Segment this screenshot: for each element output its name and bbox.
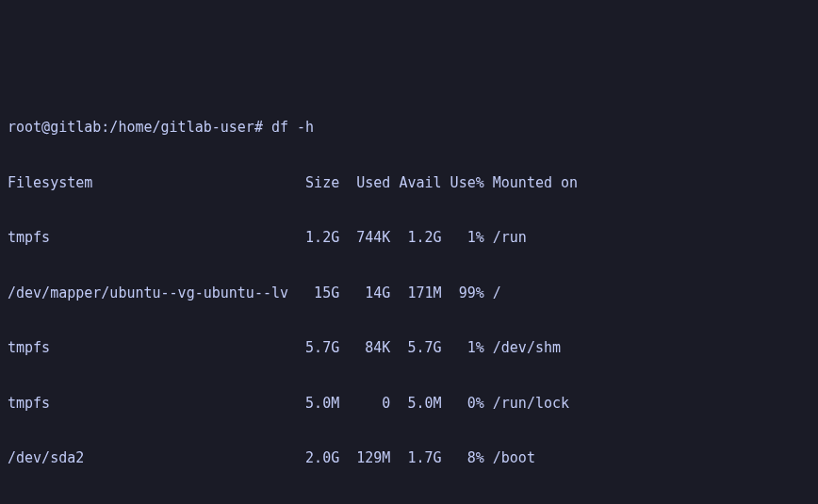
shell-prompt: root@gitlab:/home/gitlab-user# — [8, 119, 271, 136]
df-header: Filesystem Size Used Avail Use% Mounted … — [8, 170, 810, 197]
df-row: tmpfs 5.7G 84K 5.7G 1% /dev/shm — [8, 334, 810, 362]
command-text: df -h — [271, 119, 314, 136]
command-line-1: root@gitlab:/home/gitlab-user# df -h — [8, 114, 810, 141]
df-row: /dev/mapper/ubuntu--vg-ubuntu--lv 15G 14… — [8, 280, 810, 307]
df-row: /dev/sda2 2.0G 129M 1.7G 8% /boot — [8, 445, 810, 472]
df-row: tmpfs 1.2G 4.0K 1.2G 1% /run/user/1000 — [8, 500, 810, 505]
df-row: tmpfs 5.0M 0 5.0M 0% /run/lock — [8, 390, 810, 417]
df-row: tmpfs 1.2G 744K 1.2G 1% /run — [8, 224, 810, 252]
